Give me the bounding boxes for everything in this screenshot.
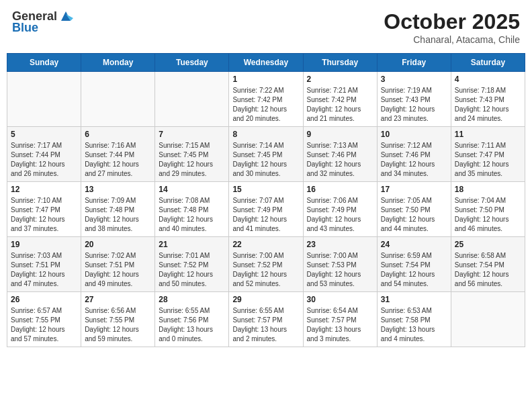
day-info: Sunrise: 7:13 AM Sunset: 7:46 PM Dayligh…: [307, 141, 373, 179]
day-info: Sunrise: 7:17 AM Sunset: 7:44 PM Dayligh…: [11, 141, 77, 179]
day-number: 8: [232, 130, 299, 139]
calendar-day-cell: 24Sunrise: 6:59 AM Sunset: 7:54 PM Dayli…: [377, 237, 451, 292]
day-number: 6: [85, 130, 151, 139]
day-number: 10: [381, 130, 447, 139]
day-info: Sunrise: 6:55 AM Sunset: 7:57 PM Dayligh…: [232, 306, 299, 344]
calendar-day-cell: [81, 72, 155, 127]
day-info: Sunrise: 6:57 AM Sunset: 7:55 PM Dayligh…: [11, 306, 77, 344]
day-info: Sunrise: 7:10 AM Sunset: 7:47 PM Dayligh…: [11, 196, 77, 234]
calendar-day-cell: 9Sunrise: 7:13 AM Sunset: 7:46 PM Daylig…: [303, 127, 377, 182]
day-number: 24: [381, 240, 447, 249]
calendar-day-cell: 2Sunrise: 7:21 AM Sunset: 7:42 PM Daylig…: [303, 72, 377, 127]
calendar-day-cell: 5Sunrise: 7:17 AM Sunset: 7:44 PM Daylig…: [7, 127, 81, 182]
day-number: 21: [159, 240, 225, 249]
day-info: Sunrise: 7:07 AM Sunset: 7:49 PM Dayligh…: [232, 196, 299, 234]
calendar-day-cell: 15Sunrise: 7:07 AM Sunset: 7:49 PM Dayli…: [229, 182, 303, 237]
day-number: 7: [159, 130, 225, 139]
day-of-week-header: Saturday: [451, 54, 525, 72]
calendar-week-row: 26Sunrise: 6:57 AM Sunset: 7:55 PM Dayli…: [7, 292, 525, 347]
calendar-day-cell: 18Sunrise: 7:04 AM Sunset: 7:50 PM Dayli…: [451, 182, 525, 237]
day-number: 1: [232, 75, 299, 84]
calendar-day-cell: 7Sunrise: 7:15 AM Sunset: 7:45 PM Daylig…: [155, 127, 229, 182]
day-number: 4: [455, 75, 521, 84]
day-number: 2: [307, 75, 373, 84]
day-info: Sunrise: 7:12 AM Sunset: 7:46 PM Dayligh…: [381, 141, 447, 179]
day-info: Sunrise: 7:03 AM Sunset: 7:51 PM Dayligh…: [11, 251, 77, 289]
calendar-week-row: 5Sunrise: 7:17 AM Sunset: 7:44 PM Daylig…: [7, 127, 525, 182]
day-of-week-header: Monday: [81, 54, 155, 72]
day-info: Sunrise: 6:56 AM Sunset: 7:55 PM Dayligh…: [85, 306, 151, 344]
calendar-day-cell: 4Sunrise: 7:18 AM Sunset: 7:43 PM Daylig…: [451, 72, 525, 127]
day-number: 30: [307, 295, 373, 304]
day-number: 20: [85, 240, 151, 249]
day-info: Sunrise: 7:11 AM Sunset: 7:47 PM Dayligh…: [455, 141, 521, 179]
day-number: 12: [11, 185, 77, 194]
day-of-week-header: Friday: [377, 54, 451, 72]
calendar-header-row: SundayMondayTuesdayWednesdayThursdayFrid…: [7, 54, 525, 72]
day-info: Sunrise: 7:04 AM Sunset: 7:50 PM Dayligh…: [455, 196, 521, 234]
calendar-day-cell: 30Sunrise: 6:54 AM Sunset: 7:57 PM Dayli…: [303, 292, 377, 347]
day-info: Sunrise: 7:09 AM Sunset: 7:48 PM Dayligh…: [85, 196, 151, 234]
logo-icon: [58, 9, 73, 24]
calendar-day-cell: 14Sunrise: 7:08 AM Sunset: 7:48 PM Dayli…: [155, 182, 229, 237]
month-title: October 2025: [384, 9, 520, 34]
day-info: Sunrise: 7:16 AM Sunset: 7:44 PM Dayligh…: [85, 141, 151, 179]
calendar-day-cell: 3Sunrise: 7:19 AM Sunset: 7:43 PM Daylig…: [377, 72, 451, 127]
day-number: 18: [455, 185, 521, 194]
calendar-day-cell: 26Sunrise: 6:57 AM Sunset: 7:55 PM Dayli…: [7, 292, 81, 347]
day-number: 3: [381, 75, 447, 84]
calendar-day-cell: 23Sunrise: 7:00 AM Sunset: 7:53 PM Dayli…: [303, 237, 377, 292]
day-info: Sunrise: 7:00 AM Sunset: 7:53 PM Dayligh…: [307, 251, 373, 289]
day-info: Sunrise: 7:05 AM Sunset: 7:50 PM Dayligh…: [381, 196, 447, 234]
day-info: Sunrise: 7:15 AM Sunset: 7:45 PM Dayligh…: [159, 141, 225, 179]
day-number: 22: [232, 240, 299, 249]
day-number: 28: [159, 295, 225, 304]
day-number: 25: [455, 240, 521, 249]
day-info: Sunrise: 6:58 AM Sunset: 7:54 PM Dayligh…: [455, 251, 521, 289]
calendar-day-cell: [7, 72, 81, 127]
day-number: 19: [11, 240, 77, 249]
logo: General Blue: [12, 9, 73, 35]
day-number: 9: [307, 130, 373, 139]
day-info: Sunrise: 6:55 AM Sunset: 7:56 PM Dayligh…: [159, 306, 225, 344]
calendar-day-cell: 16Sunrise: 7:06 AM Sunset: 7:49 PM Dayli…: [303, 182, 377, 237]
calendar-day-cell: 12Sunrise: 7:10 AM Sunset: 7:47 PM Dayli…: [7, 182, 81, 237]
day-number: 31: [381, 295, 447, 304]
location-subtitle: Chanaral, Atacama, Chile: [384, 34, 520, 45]
calendar-day-cell: 31Sunrise: 6:53 AM Sunset: 7:58 PM Dayli…: [377, 292, 451, 347]
day-number: 17: [381, 185, 447, 194]
day-number: 13: [85, 185, 151, 194]
calendar-day-cell: 8Sunrise: 7:14 AM Sunset: 7:45 PM Daylig…: [229, 127, 303, 182]
day-info: Sunrise: 7:22 AM Sunset: 7:42 PM Dayligh…: [232, 86, 299, 124]
day-info: Sunrise: 7:14 AM Sunset: 7:45 PM Dayligh…: [232, 141, 299, 179]
calendar-day-cell: 19Sunrise: 7:03 AM Sunset: 7:51 PM Dayli…: [7, 237, 81, 292]
day-info: Sunrise: 7:21 AM Sunset: 7:42 PM Dayligh…: [307, 86, 373, 124]
day-info: Sunrise: 7:02 AM Sunset: 7:51 PM Dayligh…: [85, 251, 151, 289]
day-info: Sunrise: 7:06 AM Sunset: 7:49 PM Dayligh…: [307, 196, 373, 234]
logo-blue: Blue: [12, 21, 38, 35]
calendar-day-cell: 11Sunrise: 7:11 AM Sunset: 7:47 PM Dayli…: [451, 127, 525, 182]
day-number: 5: [11, 130, 77, 139]
day-of-week-header: Thursday: [303, 54, 377, 72]
day-number: 14: [159, 185, 225, 194]
calendar-week-row: 19Sunrise: 7:03 AM Sunset: 7:51 PM Dayli…: [7, 237, 525, 292]
day-number: 11: [455, 130, 521, 139]
calendar-day-cell: 10Sunrise: 7:12 AM Sunset: 7:46 PM Dayli…: [377, 127, 451, 182]
day-info: Sunrise: 7:01 AM Sunset: 7:52 PM Dayligh…: [159, 251, 225, 289]
day-of-week-header: Tuesday: [155, 54, 229, 72]
calendar-day-cell: 6Sunrise: 7:16 AM Sunset: 7:44 PM Daylig…: [81, 127, 155, 182]
calendar-day-cell: 13Sunrise: 7:09 AM Sunset: 7:48 PM Dayli…: [81, 182, 155, 237]
calendar-day-cell: 27Sunrise: 6:56 AM Sunset: 7:55 PM Dayli…: [81, 292, 155, 347]
calendar-week-row: 12Sunrise: 7:10 AM Sunset: 7:47 PM Dayli…: [7, 182, 525, 237]
calendar-day-cell: 1Sunrise: 7:22 AM Sunset: 7:42 PM Daylig…: [229, 72, 303, 127]
day-number: 27: [85, 295, 151, 304]
day-of-week-header: Sunday: [7, 54, 81, 72]
calendar-day-cell: 28Sunrise: 6:55 AM Sunset: 7:56 PM Dayli…: [155, 292, 229, 347]
calendar-day-cell: 21Sunrise: 7:01 AM Sunset: 7:52 PM Dayli…: [155, 237, 229, 292]
title-area: October 2025 Chanaral, Atacama, Chile: [384, 9, 520, 45]
day-number: 15: [232, 185, 299, 194]
day-info: Sunrise: 7:19 AM Sunset: 7:43 PM Dayligh…: [381, 86, 447, 124]
day-number: 23: [307, 240, 373, 249]
day-info: Sunrise: 7:00 AM Sunset: 7:52 PM Dayligh…: [232, 251, 299, 289]
calendar-day-cell: [451, 292, 525, 347]
